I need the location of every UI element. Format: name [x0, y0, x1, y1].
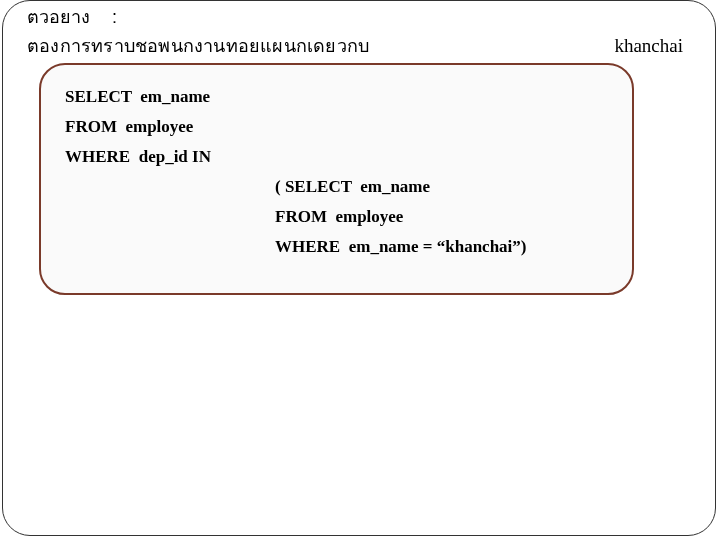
colon: : [112, 7, 117, 28]
sql-line-select: SELECT em_name [65, 87, 608, 107]
slide-frame: ตวอยาง : ตองการทราบชอพนกงานทอยแผนกเดยวกบ… [2, 0, 716, 536]
name-value: khanchai [614, 35, 683, 57]
sql-sub-where: WHERE em_name = “khanchai”) [275, 237, 608, 257]
header-line-1: ตวอยาง : [27, 2, 691, 31]
slide-header: ตวอยาง : ตองการทราบชอพนกงานทอยแผนกเดยวกบ… [27, 2, 691, 60]
sql-subquery-block: ( SELECT em_name FROM employee WHERE em_… [275, 177, 608, 257]
header-line-2: ตองการทราบชอพนกงานทอยแผนกเดยวกบ khanchai [27, 31, 691, 60]
description-text: ตองการทราบชอพนกงานทอยแผนกเดยวกบ [27, 31, 369, 60]
sql-sub-from: FROM employee [275, 207, 608, 227]
sql-line-from: FROM employee [65, 117, 608, 137]
sql-code-box: SELECT em_name FROM employee WHERE dep_i… [39, 63, 634, 295]
example-label: ตวอยาง [27, 2, 90, 31]
sql-sub-select: ( SELECT em_name [275, 177, 608, 197]
sql-line-where: WHERE dep_id IN [65, 147, 608, 167]
